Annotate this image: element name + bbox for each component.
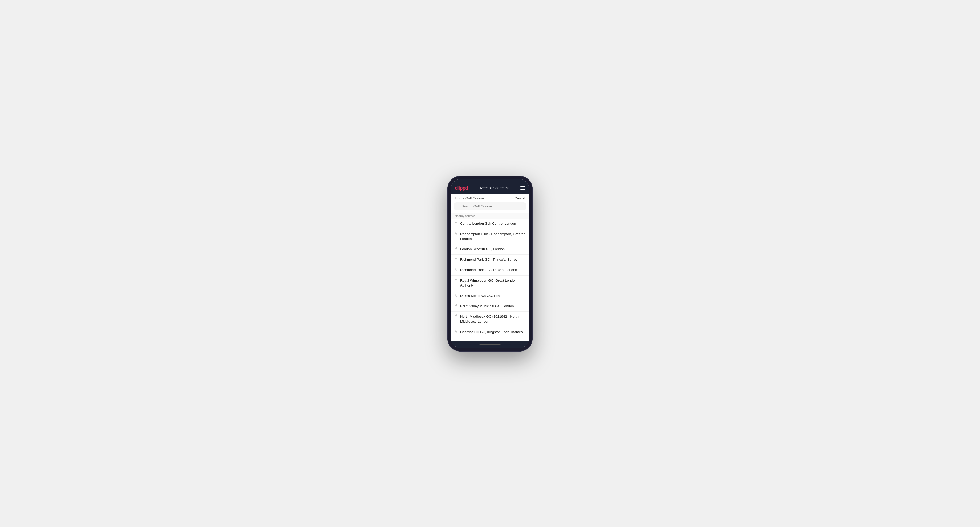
location-pin-icon [455, 294, 458, 298]
location-pin-icon [455, 222, 458, 226]
list-item[interactable]: North Middlesex GC (1011942 - North Midd… [450, 311, 530, 327]
list-item[interactable]: Richmond Park GC - Duke's, London [450, 265, 530, 275]
svg-point-9 [456, 305, 457, 306]
location-pin-icon [455, 304, 458, 309]
home-bar [479, 344, 501, 345]
list-item[interactable]: Dukes Meadows GC, London [450, 291, 530, 301]
location-pin-icon [455, 314, 458, 319]
list-item[interactable]: Brent Valley Municipal GC, London [450, 301, 530, 311]
location-pin-icon [455, 268, 458, 272]
location-pin-icon [455, 232, 458, 237]
svg-point-7 [456, 279, 457, 280]
location-pin-icon [455, 247, 458, 252]
svg-point-8 [456, 295, 457, 295]
menu-icon[interactable] [520, 186, 525, 190]
search-input[interactable] [461, 204, 523, 208]
course-name: London Scottish GC, London [460, 247, 505, 252]
find-label: Find a Golf Course [455, 196, 484, 200]
search-container [450, 202, 530, 213]
list-item[interactable]: Central London Golf Centre, London [450, 219, 530, 229]
nav-bar: clippd Recent Searches [450, 183, 530, 194]
svg-point-4 [456, 248, 457, 249]
course-name: Richmond Park GC - Prince's, Surrey [460, 257, 517, 262]
svg-point-3 [456, 233, 457, 233]
search-box [454, 202, 526, 210]
course-list: Central London Golf Centre, London Roeha… [450, 219, 530, 337]
find-header: Find a Golf Course Cancel [450, 194, 530, 202]
location-pin-icon [455, 330, 458, 335]
list-item[interactable]: Richmond Park GC - Prince's, Surrey [450, 255, 530, 265]
list-item[interactable]: Coombe Hill GC, Kingston upon Thames [450, 327, 530, 337]
svg-point-11 [456, 331, 457, 332]
home-indicator [450, 341, 530, 348]
svg-point-10 [456, 316, 457, 316]
main-content: Find a Golf Course Cancel Nearby courses [450, 194, 530, 341]
course-name: Brent Valley Municipal GC, London [460, 304, 514, 309]
nav-title: Recent Searches [480, 186, 508, 190]
course-name: Royal Wimbledon GC, Great London Authori… [460, 278, 525, 288]
location-pin-icon [455, 257, 458, 262]
nearby-section-label: Nearby courses [450, 213, 530, 219]
course-name: Roehampton Club - Roehampton, Greater Lo… [460, 232, 525, 241]
cancel-button[interactable]: Cancel [514, 196, 525, 200]
course-name: Coombe Hill GC, Kingston upon Thames [460, 330, 523, 335]
course-name: Central London Golf Centre, London [460, 221, 516, 226]
list-item[interactable]: Roehampton Club - Roehampton, Greater Lo… [450, 229, 530, 244]
svg-point-5 [456, 259, 457, 259]
svg-point-2 [456, 222, 457, 223]
list-item[interactable]: London Scottish GC, London [450, 244, 530, 255]
list-item[interactable]: Royal Wimbledon GC, Great London Authori… [450, 276, 530, 291]
course-name: Richmond Park GC - Duke's, London [460, 268, 517, 272]
phone-screen: clippd Recent Searches Find a Golf Cours… [450, 179, 530, 348]
course-name: North Middlesex GC (1011942 - North Midd… [460, 314, 525, 324]
app-logo: clippd [455, 185, 468, 191]
status-bar [450, 179, 530, 183]
course-name: Dukes Meadows GC, London [460, 294, 506, 298]
search-icon [457, 204, 460, 208]
svg-point-6 [456, 269, 457, 270]
svg-line-1 [459, 206, 459, 207]
location-pin-icon [455, 279, 458, 283]
phone-device: clippd Recent Searches Find a Golf Cours… [447, 176, 533, 351]
